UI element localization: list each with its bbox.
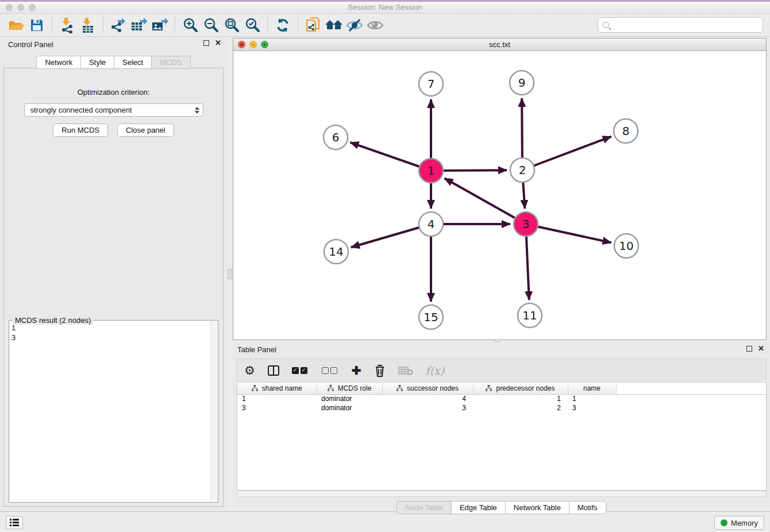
tab-edge-table[interactable]: Edge Table — [452, 501, 506, 514]
network-canvas[interactable]: 7968124314101511 — [233, 51, 766, 340]
first-neighbors-icon[interactable] — [303, 16, 324, 35]
network-close-icon[interactable]: ✕ — [238, 41, 245, 48]
cell-shared-name-row1[interactable]: 1 — [237, 394, 317, 403]
network-window-title: scc.txt — [233, 38, 766, 51]
network-minimize-icon[interactable]: − — [249, 41, 257, 48]
save-session-icon[interactable] — [26, 16, 47, 35]
cell-successor-nodes-row1[interactable]: 4 — [382, 394, 473, 403]
search-box[interactable] — [598, 17, 763, 33]
run-mcds-button[interactable]: Run MCDS — [53, 124, 108, 137]
node-label-14: 14 — [329, 245, 343, 259]
minimize-window-button[interactable] — [17, 4, 24, 11]
close-table-panel-icon[interactable]: ✕ — [758, 346, 764, 352]
zoom-selected-icon[interactable] — [242, 16, 263, 35]
delete-table-icon[interactable] — [398, 365, 413, 376]
zoom-in-icon[interactable] — [180, 16, 201, 35]
cell-name-row1[interactable]: 1 — [568, 394, 616, 403]
result-scrollbar[interactable] — [210, 321, 217, 502]
toolbar-separator — [267, 17, 268, 33]
apply-function-icon[interactable]: f(x) — [426, 364, 445, 377]
network-window-titlebar[interactable]: ✕ − + scc.txt — [233, 38, 766, 51]
import-network-icon[interactable] — [57, 16, 78, 35]
cell-successor-nodes-row2[interactable]: 3 — [382, 403, 473, 413]
node-label-1: 1 — [428, 164, 435, 178]
task-history-button[interactable] — [6, 516, 23, 529]
toolbar-separator — [103, 17, 103, 33]
edge-1-6[interactable] — [350, 142, 431, 171]
app-window-controls[interactable] — [6, 4, 36, 11]
node-label-15: 15 — [424, 310, 438, 324]
import-table-icon[interactable] — [78, 16, 98, 35]
home-views-icon[interactable] — [324, 16, 344, 35]
export-table-icon[interactable] — [129, 16, 149, 35]
node-label-2: 2 — [519, 163, 526, 177]
export-network-icon[interactable] — [108, 16, 129, 35]
column-header-shared-name[interactable]: shared name — [237, 383, 317, 394]
add-column-icon[interactable]: ✚ — [352, 364, 361, 377]
column-header-predecessor-nodes[interactable]: predecessor nodes — [473, 383, 568, 394]
tab-node-table[interactable]: Node Table — [396, 501, 452, 514]
cell-filler — [616, 403, 766, 413]
memory-button[interactable]: Memory — [714, 516, 764, 530]
network-maximize-icon[interactable]: + — [261, 41, 268, 48]
node-label-6: 6 — [332, 130, 340, 144]
network-graph[interactable]: 7968124314101511 — [233, 51, 766, 340]
mcds-panel: Optimization criterion: strongly connect… — [3, 68, 224, 507]
node-table[interactable]: shared nameMCDS rolesuccessor nodesprede… — [237, 383, 766, 413]
tab-mcds[interactable]: MCDS — [152, 56, 190, 69]
cell-name-row2[interactable]: 3 — [568, 403, 616, 413]
tab-network[interactable]: Network — [36, 56, 81, 69]
export-image-icon[interactable] — [149, 16, 170, 35]
node-label-11: 11 — [522, 309, 537, 322]
table-row[interactable]: 1dominator411 — [237, 394, 766, 403]
search-input[interactable] — [613, 21, 758, 29]
zoom-window-button[interactable] — [29, 4, 36, 11]
column-header-name[interactable]: name — [568, 383, 616, 394]
search-icon — [603, 22, 609, 28]
toolbar-separator — [52, 17, 52, 33]
close-panel-button[interactable]: Close panel — [117, 124, 174, 137]
delete-column-icon[interactable] — [374, 364, 386, 377]
zoom-fit-icon[interactable] — [221, 16, 242, 35]
cell-predecessor-nodes-row2[interactable]: 2 — [473, 403, 568, 413]
table-panel-title: Table Panel — [237, 345, 276, 354]
mcds-result-box: MCDS result (2 nodes) 1 3 — [9, 320, 218, 503]
float-panel-icon[interactable] — [203, 40, 209, 46]
mcds-result-list: 1 3 — [11, 323, 209, 501]
cell-predecessor-nodes-row1[interactable]: 1 — [473, 394, 568, 403]
column-header-successor-nodes[interactable]: successor nodes — [382, 383, 473, 394]
node-label-8: 8 — [622, 124, 630, 138]
table-horizontal-scrollbar[interactable] — [237, 491, 767, 497]
open-session-icon[interactable] — [6, 16, 26, 35]
control-panel: Control Panel ✕ NetworkStyleSelectMCDS O… — [0, 37, 227, 511]
close-panel-icon[interactable]: ✕ — [215, 40, 221, 46]
deselect-all-checkboxes-icon[interactable] — [322, 367, 339, 374]
refresh-view-icon[interactable] — [272, 16, 293, 35]
optimization-criterion-select[interactable]: strongly connected component — [24, 103, 203, 117]
edge-2-8[interactable] — [522, 137, 611, 170]
edge-3-10[interactable] — [526, 224, 611, 242]
column-header-mcds-role[interactable]: MCDS role — [317, 383, 382, 394]
status-bar: Memory — [0, 511, 770, 532]
edge-3-1[interactable] — [445, 178, 526, 224]
cell-mcds-role-row1[interactable]: dominator — [317, 394, 382, 403]
tab-style[interactable]: Style — [81, 56, 114, 69]
show-all-icon[interactable] — [365, 16, 386, 35]
cell-shared-name-row2[interactable]: 3 — [237, 403, 317, 413]
hide-selected-icon[interactable] — [344, 16, 365, 35]
node-table-wrap: shared nameMCDS rolesuccessor nodesprede… — [237, 383, 767, 491]
close-window-button[interactable] — [6, 4, 13, 11]
float-table-panel-icon[interactable] — [746, 346, 752, 352]
split-columns-icon[interactable] — [268, 365, 279, 376]
vertical-splitter[interactable] — [227, 37, 233, 511]
splitter-grip[interactable] — [228, 269, 232, 279]
tab-select[interactable]: Select — [114, 56, 152, 69]
cell-mcds-role-row2[interactable]: dominator — [317, 403, 382, 413]
table-row[interactable]: 3dominator323 — [237, 403, 766, 413]
control-panel-title: Control Panel — [8, 40, 53, 49]
select-all-checkboxes-icon[interactable] — [292, 367, 309, 374]
zoom-out-icon[interactable] — [201, 16, 221, 35]
tab-network-table[interactable]: Network Table — [506, 501, 569, 514]
tab-motifs[interactable]: Motifs — [569, 501, 606, 514]
table-settings-icon[interactable]: ⚙ — [244, 365, 255, 376]
